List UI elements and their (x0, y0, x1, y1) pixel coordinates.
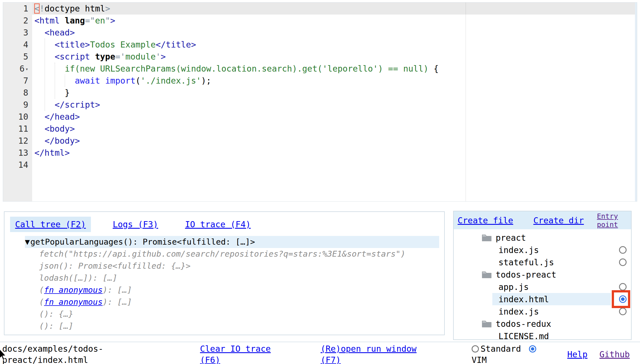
code-token: <script (55, 52, 95, 62)
call-tree-row-text: ( (39, 285, 44, 295)
folder-row-preact[interactable]: preact (454, 231, 631, 244)
collapse-arrow-icon[interactable]: ▼ (25, 237, 30, 247)
standard-mode-radio[interactable] (472, 345, 479, 353)
vim-mode-radio[interactable] (529, 345, 536, 353)
line-number[interactable]: 13 (3, 147, 32, 159)
line-number[interactable]: 6▾ (3, 63, 32, 75)
file-panel: Create file Create dir Entry point preac… (453, 211, 632, 340)
call-tree-row[interactable]: fetch("https://api.github.com/search/rep… (39, 248, 444, 260)
call-tree-row[interactable]: (): […] (39, 320, 444, 332)
line-number[interactable]: 7 (3, 75, 32, 87)
indent-guide (55, 63, 55, 99)
code-line-text: if(new URLSearchParams(window.location.s… (32, 63, 637, 75)
folder-icon (482, 234, 492, 242)
call-tree-panel: Call tree (F2)Logs (F3)IO trace (F4) ▼ge… (4, 211, 445, 335)
create-dir-link[interactable]: Create dir (533, 216, 584, 225)
code-token: <head> (44, 28, 75, 37)
call-tree-row[interactable]: (fn anonymous): […] (39, 332, 444, 335)
line-number[interactable]: 8 (3, 87, 32, 99)
clear-io-trace-link[interactable]: Clear IO trace (F6) (200, 343, 278, 364)
call-tree-row-text: fetch("https://api.github.com/search/rep… (39, 249, 405, 259)
tab-io-trace-f4[interactable]: IO trace (F4) (180, 217, 256, 232)
line-number[interactable]: 12 (3, 135, 32, 147)
code-token: </title> (156, 40, 196, 49)
code-line-text: </html> (32, 147, 637, 159)
code-token (34, 64, 65, 74)
call-tree-row[interactable]: lodash([…]): […] (39, 272, 444, 284)
entry-point-radio[interactable] (619, 308, 627, 315)
file-row-stateful-js[interactable]: stateful.js (454, 256, 631, 268)
entry-point-radio[interactable] (619, 296, 627, 303)
line-number[interactable]: 14 (3, 159, 32, 171)
reopen-run-window-link[interactable]: (Re)open run window (F7) (321, 343, 421, 364)
call-tree-row-text: json(): Promise<fulfilled: {…}> (39, 261, 190, 271)
folder-row-todos-preact[interactable]: todos-preact (454, 268, 631, 281)
line-number[interactable]: 10 (3, 111, 32, 123)
entry-point-radio[interactable] (619, 283, 627, 291)
file-row-index-html[interactable]: index.html (454, 293, 631, 305)
code-token: > (110, 16, 115, 25)
line-number[interactable]: 1 (3, 3, 32, 15)
code-token: module (125, 52, 156, 62)
code-line-text: </head> (32, 111, 637, 123)
fold-marker-icon[interactable]: ▾ (25, 66, 28, 72)
call-tree-row[interactable]: (fn anonymous): […] (39, 284, 444, 296)
code-line: 3 <head> (3, 27, 637, 39)
line-number[interactable]: 2 (3, 15, 32, 27)
standard-mode-label: Standard (481, 343, 521, 354)
code-line-text: await import('./index.js'); (32, 75, 637, 87)
call-tree-row[interactable]: (): {…} (39, 308, 444, 320)
code-line-text: } (32, 87, 637, 99)
file-name: todos-preact (496, 270, 556, 280)
code-token: = (115, 52, 120, 62)
entry-point-radio[interactable] (619, 246, 627, 254)
call-tree-row[interactable]: (fn anonymous): […] (39, 296, 444, 308)
file-name: todos-redux (496, 319, 551, 329)
call-tree-row[interactable]: json(): Promise<fulfilled: {…}> (39, 260, 444, 272)
github-link[interactable]: Github (599, 349, 630, 360)
line-number[interactable]: 5 (3, 51, 32, 63)
code-line: 8 } (3, 87, 637, 99)
code-lines: 1<!doctype html>2<html lang="en">3 <head… (3, 3, 637, 171)
line-number[interactable]: 4 (3, 39, 32, 51)
code-token: " (105, 16, 110, 25)
tab-logs-f3[interactable]: Logs (F3) (108, 217, 163, 232)
file-row-app-js[interactable]: app.js (454, 281, 631, 293)
code-token: import (105, 76, 135, 86)
code-token (34, 136, 44, 146)
entry-point-radio[interactable] (619, 259, 627, 266)
create-file-link[interactable]: Create file (458, 216, 513, 225)
code-editor[interactable]: 1<!doctype html>2<html lang="en">3 <head… (3, 2, 637, 202)
code-line-text: <body> (32, 123, 637, 135)
code-line: 6▾ if(new URLSearchParams(window.locatio… (3, 63, 637, 75)
file-row-license-md[interactable]: LICENSE.md (454, 330, 631, 340)
call-tree-row-text: ): […] (103, 297, 132, 307)
call-tree-row-text: (): {…} (39, 309, 73, 319)
file-tree: preactindex.jsstateful.jstodos-preactapp… (454, 229, 631, 340)
fn-anonymous-link[interactable]: fn anonymous (44, 333, 103, 335)
code-line-text: </script> (32, 99, 637, 111)
entry-point-link[interactable]: Entry point (597, 212, 629, 229)
line-number[interactable]: 3 (3, 27, 32, 39)
file-name: preact (496, 233, 526, 243)
vim-mode-label: VIM (472, 354, 487, 364)
line-number[interactable]: 9 (3, 99, 32, 111)
help-link[interactable]: Help (567, 349, 587, 360)
code-token: ' (156, 52, 161, 62)
line-number[interactable]: 11 (3, 123, 32, 135)
file-row-index-js[interactable]: index.js (454, 244, 631, 256)
fn-anonymous-link[interactable]: fn anonymous (44, 297, 103, 307)
folder-row-todos-redux[interactable]: todos-redux (454, 318, 631, 330)
code-token: ( (135, 76, 140, 86)
code-token: } (34, 88, 70, 98)
fn-anonymous-link[interactable]: fn anonymous (44, 285, 103, 295)
file-row-index-js[interactable]: index.js (454, 305, 631, 318)
call-tree-row-text: ): […] (103, 285, 132, 295)
tab-call-tree-f2[interactable]: Call tree (F2) (10, 217, 91, 232)
code-line: 10 </head> (3, 111, 637, 123)
code-line-text: <script type='module'> (32, 51, 637, 63)
call-tree-row-selected[interactable]: ▼getPopularLanguages(): Promise<fulfille… (25, 236, 439, 248)
code-token: > (105, 4, 110, 13)
panel-tabs: Call tree (F2)Logs (F3)IO trace (F4) (4, 215, 444, 233)
editor-right-edge (635, 3, 637, 201)
